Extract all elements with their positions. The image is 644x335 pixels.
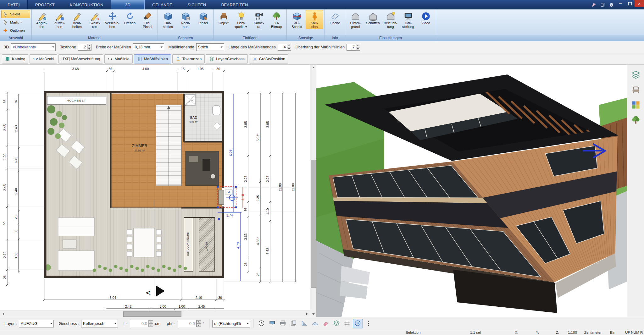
bottom-tool-protractor[interactable]	[310, 319, 320, 328]
bottom-tool-more[interactable]	[364, 319, 374, 328]
spin-down-icon[interactable]	[287, 47, 291, 51]
dimension-style-select[interactable]: <Unbekannt>	[11, 43, 56, 51]
ribbon-button-beleuch-tung[interactable]: Beleuch-tung	[382, 10, 399, 29]
bottom-tool-setsquare[interactable]	[299, 319, 309, 328]
grid-icon	[344, 320, 350, 327]
toolbar-button-gr-e-position[interactable]: Größe/Position	[249, 54, 288, 63]
wc[interactable]	[213, 106, 220, 115]
copy-window-icon[interactable]	[599, 2, 606, 8]
maximize-button[interactable]	[625, 0, 635, 7]
more-icon	[365, 320, 372, 327]
spin-down-icon[interactable]	[197, 324, 201, 327]
toolbar-button-ma-linie[interactable]: Maßlinie	[104, 54, 132, 63]
panel-tool-palette[interactable]	[630, 99, 642, 112]
horizontal-scrollbar[interactable]	[0, 310, 310, 317]
panel-tool-chair[interactable]	[630, 84, 642, 97]
ribbon-button-optionen[interactable]: Optionen	[1, 26, 30, 35]
ribbon-button-selekt[interactable]: Selekt	[1, 10, 30, 18]
tab-bearbeiten[interactable]: BEARBEITEN	[214, 0, 255, 9]
spin-up-icon[interactable]	[149, 320, 153, 324]
endlength-stepper[interactable]: .4	[278, 44, 291, 51]
wrench-icon[interactable]	[590, 2, 597, 8]
tab-projekt[interactable]: PROJEKT	[28, 0, 62, 9]
minimize-button[interactable]	[616, 0, 625, 7]
svg-text:N: N	[357, 321, 359, 325]
tab-konstruktion[interactable]: KONSTRUKTION	[62, 0, 111, 9]
spin-up-icon[interactable]	[197, 320, 201, 324]
overhang-stepper[interactable]: .7	[347, 44, 360, 51]
scroll-up-icon[interactable]	[310, 65, 317, 70]
washbasin[interactable]	[214, 123, 220, 129]
toolbar-button-ma-zahl[interactable]: 1.2Maßzahl	[30, 54, 57, 63]
ribbon-button-hin-pinsel[interactable]: Hin.Pinsel	[139, 10, 156, 29]
ribbon-button-3d-bitmap[interactable]: 3D-Bitmap	[268, 10, 285, 29]
ribbon-button-fl-che[interactable]: Fläche	[326, 10, 344, 25]
panel-tool-layers[interactable]	[630, 69, 642, 82]
close-button[interactable]: ×	[635, 0, 644, 7]
selected-door[interactable]	[219, 190, 224, 205]
toolbar-button-layer-geschoss[interactable]: Layer/Geschoss	[206, 54, 247, 63]
ribbon-button-skalie-ren[interactable]: Skalie-ren	[86, 10, 103, 29]
toolbar-button-ma-beschriftung[interactable]: TXTMaßbeschriftung	[58, 54, 103, 63]
bottom-tool-clock[interactable]	[257, 319, 267, 328]
bottom-tool-printer[interactable]	[278, 319, 288, 328]
ribbon-button-dar-stellen[interactable]: Dar-stellen	[159, 10, 177, 29]
scroll-left-icon[interactable]	[0, 311, 6, 316]
spin-down-icon[interactable]	[149, 324, 153, 327]
bottom-tool-grid[interactable]	[342, 319, 352, 328]
textheight-stepper[interactable]: 2	[78, 44, 92, 51]
bottom-tool-north[interactable]: N	[353, 319, 363, 328]
ribbon-button-mark[interactable]: Mark.	[1, 18, 30, 26]
tab-gelaende[interactable]: GELÄNDE	[145, 0, 180, 9]
ribbon-button-3d-schnitt[interactable]: 3D-Schnitt	[288, 10, 306, 29]
tab-sichten[interactable]: SICHTEN	[180, 0, 214, 9]
bottom-tool-eraser[interactable]	[321, 319, 331, 328]
toolbar-button-katalog[interactable]: Katalog	[2, 54, 28, 63]
ribbon-button-kame-ra[interactable]: Kame-ra	[250, 10, 268, 29]
ribbon-button-objekt[interactable]: Objekt	[215, 10, 232, 29]
ribbon-button-abgrei-fen[interactable]: Abgrei-fen	[33, 10, 51, 29]
room-area-bad: 5,95 m²	[189, 120, 198, 123]
phi-input[interactable]: 0,0	[178, 320, 197, 327]
spin-up-icon[interactable]	[287, 44, 291, 47]
ribbon-button-pinsel[interactable]: Pinsel	[194, 10, 212, 29]
toolbar-button-ma-hilfslinien[interactable]: Maßhilfslinien	[134, 54, 171, 63]
length-input[interactable]: 0,0	[130, 320, 149, 327]
ribbon-button-dar-stellung[interactable]: Dar-stellung	[399, 10, 417, 29]
spin-down-icon[interactable]	[356, 47, 360, 51]
bottom-tool-screenshare[interactable]	[267, 319, 277, 328]
scrollbar-thumb[interactable]	[123, 311, 181, 317]
ribbon-button-licht-quelle[interactable]: Licht-quelle	[232, 10, 250, 29]
ribbon-button-drehen[interactable]: Drehen	[121, 10, 139, 29]
spin-up-icon[interactable]	[356, 44, 360, 47]
ribbon-button-video[interactable]: Video	[417, 10, 435, 29]
lineend-select[interactable]: Strich	[196, 43, 224, 51]
geschoss-select[interactable]: Kellergesch	[81, 320, 118, 327]
spin-up-icon[interactable]	[87, 44, 92, 47]
layer-select[interactable]: AUFZUG	[19, 320, 54, 327]
scrollbar-thumb[interactable]	[311, 160, 316, 288]
ribbon-button-zuwei-sen[interactable]: Zuwei-sen	[51, 10, 68, 29]
toolbar-button-toleranzen[interactable]: Toleranzen	[172, 54, 205, 63]
vertical-scrollbar[interactable]	[310, 65, 316, 317]
menu-datei[interactable]: DATEI	[0, 0, 28, 9]
dining-table[interactable]	[134, 228, 155, 257]
floorplan-canvas[interactable]: A 3.68364.00151.95368.042.10362.423.001.…	[0, 65, 310, 317]
bottom-tool-layers[interactable]	[331, 319, 341, 328]
ribbon-button-kolli-sion[interactable]: Kolli-sion	[306, 10, 323, 29]
ribbon-button-rech-nen[interactable]: Rech-nen	[177, 10, 194, 29]
scroll-down-icon[interactable]	[310, 311, 317, 317]
ribbon-button-verschie-ben[interactable]: Verschie-ben	[103, 10, 121, 29]
ribbon-button-bear-beiten[interactable]: Bear-beiten	[68, 10, 86, 29]
tab-3d[interactable]: 3D	[111, 0, 145, 9]
3d-view[interactable]	[316, 65, 627, 317]
ribbon-button-hinter-grund[interactable]: Hinter-grund	[347, 10, 364, 29]
help-icon[interactable]: ?	[608, 2, 615, 8]
ribbon-button-schatten[interactable]: Schatten	[364, 10, 382, 29]
bottom-tool-copy[interactable]	[289, 319, 299, 328]
direction-select[interactable]: dl (Richtung/Di	[212, 320, 250, 327]
panel-tool-tree[interactable]	[630, 114, 642, 127]
linewidth-select[interactable]: 0,13 mm	[133, 43, 164, 51]
spin-down-icon[interactable]	[87, 47, 92, 51]
scroll-right-icon[interactable]	[304, 311, 310, 316]
